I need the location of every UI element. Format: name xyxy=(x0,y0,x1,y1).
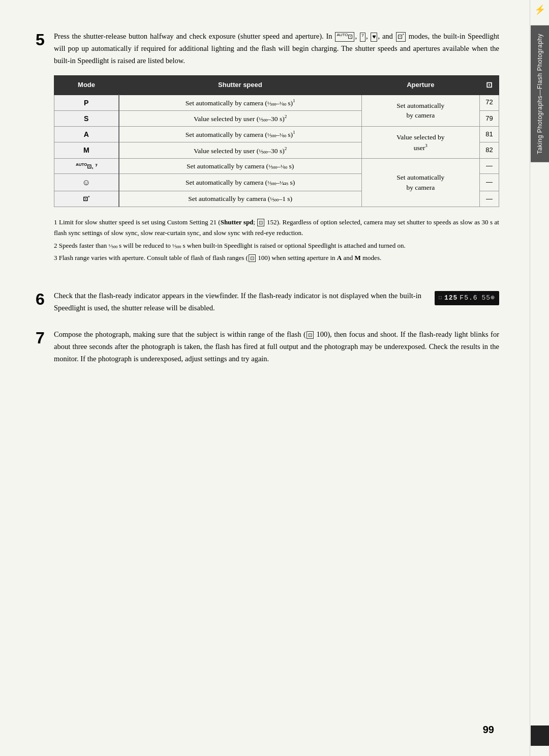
aperture-auto-modes: Set automaticallyby camera xyxy=(361,158,479,207)
footnote-2: 2 Speeds faster than ¹⁄₅₀₀ s will be red… xyxy=(54,241,499,251)
step-5: 5 Press the shutter-release button halfw… xyxy=(36,31,499,276)
table-row: P Set automatically by camera (¹⁄₅₀₀–¹⁄₆… xyxy=(54,95,499,110)
main-content: 5 Press the shutter-release button halfw… xyxy=(0,0,530,756)
step-5-text: Press the shutter-release button halfway… xyxy=(54,31,499,67)
step-7-text: Compose the photograph, making sure that… xyxy=(54,329,499,365)
step-5-number: 5 xyxy=(36,32,50,276)
footnote-3: 3 Flash range varies with aperture. Cons… xyxy=(54,253,499,264)
page-a: 81 xyxy=(480,127,499,142)
table-row: AUTO⊡, ⁷ Set automatically by camera (¹⁄… xyxy=(54,158,499,174)
footnote-1-icon: ⊡ xyxy=(257,219,264,226)
exposure-table: Mode Shutter speed Aperture ⊡ P Set auto… xyxy=(54,75,499,207)
shutter-landscape: Set automatically by camera (¹⁄₅₀₀–1 s) xyxy=(119,191,362,207)
aperture-am: Value selected byuser3 xyxy=(361,127,479,159)
mode-icon-portrait: ♥ xyxy=(371,33,377,42)
step-6-layout: Check that the flash-ready indicator app… xyxy=(54,290,499,314)
page-p: 72 xyxy=(480,95,499,110)
mode-m: M xyxy=(54,142,119,158)
mode-s: S xyxy=(54,110,119,126)
page-landscape: — xyxy=(480,191,499,207)
mode-icon-z: ⁷ xyxy=(360,33,365,42)
step-6-number: 6 xyxy=(36,291,50,314)
step-7-content: Compose the photograph, making sure that… xyxy=(54,329,499,365)
step-5-content: Press the shutter-release button halfway… xyxy=(54,31,499,276)
footnote-3-icon: ⊡ xyxy=(249,254,256,262)
step-6: 6 Check that the flash-ready indicator a… xyxy=(36,290,499,314)
sidebar-dark-block xyxy=(531,725,549,746)
shutter-portrait: Set automatically by camera (¹⁄₅₀₀–¹⁄₁₂₅… xyxy=(119,174,362,191)
col-header-icon: ⊡ xyxy=(480,75,499,95)
page-m: 82 xyxy=(480,142,499,158)
mode-a: A xyxy=(54,127,119,142)
page-s: 79 xyxy=(480,110,499,126)
shutter-m: Value selected by user (¹⁄₅₀₀–30 s)2 xyxy=(119,142,362,158)
step-6-content: Check that the flash-ready indicator app… xyxy=(54,290,499,314)
mode-icon-landscape: ⊡* xyxy=(396,32,406,42)
step7-flash-icon: ⊡ xyxy=(307,331,314,339)
shutter-s: Value selected by user (¹⁄₅₀₀–30 s)2 xyxy=(119,110,362,126)
footnotes: 1 Limit for slow shutter speed is set us… xyxy=(54,217,499,264)
display-aperture: F5.6 xyxy=(460,293,477,303)
col-header-shutter: Shutter speed xyxy=(119,75,362,95)
shutter-a: Set automatically by camera (¹⁄₅₀₀–¹⁄₆₀ … xyxy=(119,127,362,142)
page-number: 99 xyxy=(483,724,494,736)
step-6-display: □ 125 F5.6 55⊕ xyxy=(430,290,499,305)
sidebar-tab: Taking Photographs—Flash Photography xyxy=(531,25,549,162)
shutter-p: Set automatically by camera (¹⁄₅₀₀–¹⁄₆₀ … xyxy=(119,95,362,110)
footnote-1: 1 Limit for slow shutter speed is set us… xyxy=(54,217,499,239)
mode-icon-auto: AUTO⊡ xyxy=(335,32,354,42)
sidebar-flash-icon: ⚡ xyxy=(534,4,545,15)
step-6-text: Check that the flash-ready indicator app… xyxy=(54,290,421,314)
mode-auto-z: AUTO⊡, ⁷ xyxy=(54,158,119,174)
step-7: 7 Compose the photograph, making sure th… xyxy=(36,329,499,365)
display-speed: 125 xyxy=(444,293,458,303)
sidebar: ⚡ Taking Photographs—Flash Photography xyxy=(530,0,549,756)
page-auto-z: — xyxy=(480,158,499,174)
viewfinder-display: □ 125 F5.6 55⊕ xyxy=(435,291,499,305)
step-7-number: 7 xyxy=(36,330,50,365)
col-header-aperture: Aperture xyxy=(361,75,479,95)
mode-p: P xyxy=(54,95,119,110)
step-6-paragraph: Check that the flash-ready indicator app… xyxy=(54,290,421,314)
aperture-ps: Set automaticallyby camera xyxy=(361,95,479,127)
table-row: A Set automatically by camera (¹⁄₅₀₀–¹⁄₆… xyxy=(54,127,499,142)
page-portrait: — xyxy=(480,174,499,191)
display-left-icon: □ xyxy=(439,294,442,303)
col-header-mode: Mode xyxy=(54,75,119,95)
mode-portrait: ☺ xyxy=(54,174,119,191)
mode-landscape: ⊡* xyxy=(54,191,119,207)
display-right: 55⊕ xyxy=(482,293,495,303)
page: 5 Press the shutter-release button halfw… xyxy=(0,0,549,756)
shutter-auto-z: Set automatically by camera (¹⁄₅₀₀–¹⁄₆₀ … xyxy=(119,158,362,174)
